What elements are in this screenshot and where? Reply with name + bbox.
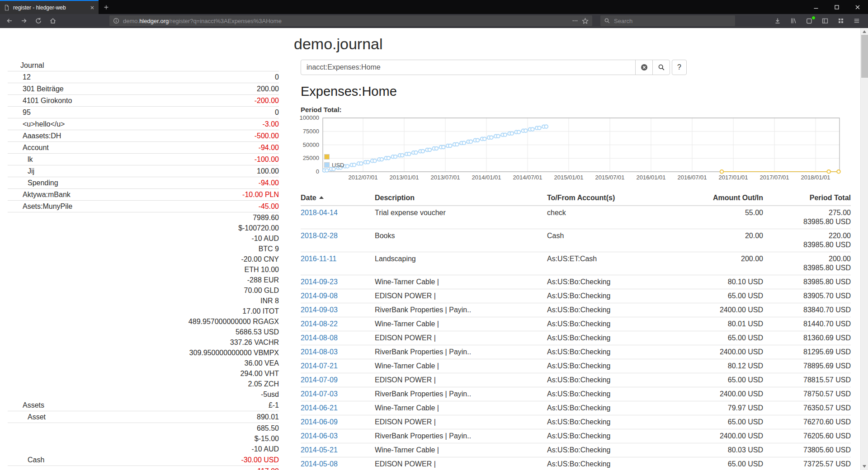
transaction-date-link[interactable]: 2014-09-03: [301, 306, 338, 314]
transaction-date-link[interactable]: 2014-07-09: [301, 376, 338, 384]
magnifier-icon: [658, 64, 665, 71]
home-button[interactable]: [46, 15, 60, 27]
scroll-down-arrow-icon[interactable]: [863, 465, 866, 468]
query-input[interactable]: [301, 60, 636, 75]
legend-entry: USD: [324, 162, 344, 168]
account-name[interactable]: Aktywa:mBank: [8, 189, 239, 200]
window-minimize-button[interactable]: [806, 0, 826, 14]
window-close-button[interactable]: [847, 0, 868, 14]
transaction-date-link[interactable]: 2014-05-08: [301, 460, 338, 468]
sidebar-balance-row: -10 AUD: [8, 233, 279, 244]
transaction-date-link[interactable]: 2018-04-14: [301, 209, 338, 216]
transaction-account: As:US:Bo:Checking: [547, 303, 673, 317]
account-name[interactable]: Aaasets:DH: [8, 130, 251, 141]
account-balance: -10.00 PLN: [239, 189, 279, 200]
back-button[interactable]: [3, 15, 16, 27]
account-name[interactable]: Assets: [8, 400, 265, 411]
site-info-icon[interactable]: [113, 18, 119, 24]
account-name[interactable]: Spending: [8, 177, 255, 188]
transaction-date-link[interactable]: 2014-09-08: [301, 292, 338, 300]
account-balance: -5usd: [257, 389, 279, 400]
account-name[interactable]: Cash: [8, 454, 237, 465]
account-balance: $-15.00: [251, 433, 279, 444]
account-name[interactable]: lk: [8, 154, 251, 165]
transaction-date-link[interactable]: 2014-09-23: [301, 278, 338, 286]
transaction-account: check: [547, 206, 673, 229]
browser-search-input[interactable]: Search: [600, 15, 735, 26]
register-header-row: Date Description To/From Account(s) Amou…: [301, 192, 851, 206]
account-balance: 309.950000000000 VBMPX: [186, 348, 279, 358]
transaction-date-link[interactable]: 2014-05-21: [301, 446, 338, 454]
menu-button[interactable]: [850, 15, 863, 27]
register-row: 2014-08-03RiverBank Properties | Payin..…: [301, 345, 851, 359]
transaction-date-link[interactable]: 2014-06-09: [301, 418, 338, 426]
transaction-date-link[interactable]: 2014-06-21: [301, 404, 338, 412]
account-balance: -288 EUR: [244, 275, 279, 285]
account-name[interactable]: <u>hello</u>: [8, 118, 259, 130]
transaction-description: Wine-Tarner Cable |: [375, 275, 547, 289]
account-name[interactable]: 12: [8, 71, 271, 83]
register-chart[interactable]: 2012/07/012013/01/012013/07/012014/01/01…: [289, 113, 850, 184]
reload-button[interactable]: [32, 15, 45, 27]
submit-search-button[interactable]: [652, 60, 670, 75]
account-name[interactable]: Journal: [8, 60, 275, 71]
account-name[interactable]: Account: [8, 142, 255, 153]
transaction-date-link[interactable]: 2014-08-08: [301, 334, 338, 342]
tab-close-icon[interactable]: [90, 5, 95, 10]
sidebar-balance-row: 5686.53 USD: [8, 327, 279, 337]
transaction-date-link[interactable]: 2016-11-11: [301, 255, 336, 263]
window-maximize-button[interactable]: [826, 0, 847, 14]
svg-text:2015/01/01: 2015/01/01: [554, 174, 583, 181]
register-row: 2014-08-08EDISON POWER |As:US:Bo:Checkin…: [301, 331, 851, 345]
svg-text:75000: 75000: [303, 128, 319, 135]
account-name[interactable]: Jij: [8, 165, 253, 177]
library-icon: [790, 17, 797, 24]
register-row: 2014-05-08EDISON POWER |As:US:Bo:Checkin…: [301, 457, 851, 470]
transaction-date-link[interactable]: 2014-06-03: [301, 432, 338, 440]
account-balance: -10 AUD: [248, 444, 279, 454]
column-header-date[interactable]: Date: [301, 192, 375, 206]
transaction-date-link[interactable]: 2014-07-21: [301, 362, 338, 370]
apps-button[interactable]: [834, 15, 848, 27]
sidebar-account-row: <u>hello</u>-3.00: [8, 118, 279, 130]
account-balance: 36.00 VEA: [241, 358, 279, 368]
transaction-amount: 55.00: [673, 206, 763, 229]
transaction-date-link[interactable]: 2014-08-03: [301, 348, 338, 356]
reload-icon: [35, 17, 42, 24]
account-name[interactable]: 4101 Girokonto: [8, 95, 251, 106]
sidebar-toggle-button[interactable]: [818, 15, 832, 27]
help-button[interactable]: ?: [672, 60, 687, 75]
account-name[interactable]: 95: [8, 107, 271, 118]
downloads-button[interactable]: [771, 15, 784, 27]
account-name[interactable]: Asets:MunyPile: [8, 201, 255, 212]
extension-button[interactable]: [802, 15, 816, 27]
transaction-date-link[interactable]: 2014-08-22: [301, 320, 338, 328]
transaction-date-link[interactable]: 2018-02-28: [301, 232, 338, 240]
transaction-description: Wine-Tarner Cable |: [375, 359, 547, 373]
library-button[interactable]: [787, 15, 800, 27]
page-actions-icon[interactable]: [572, 18, 578, 24]
clear-circle-icon: [641, 64, 648, 71]
search-icon: [604, 18, 610, 24]
account-name[interactable]: 301 Beiträge: [8, 83, 253, 94]
transaction-amount: 200.00: [673, 252, 763, 275]
new-tab-button[interactable]: [99, 0, 114, 14]
transaction-description: Books: [375, 229, 547, 252]
search-placeholder: Search: [614, 18, 632, 24]
account-balance: -200.00: [251, 95, 279, 106]
sidebar-account-row: Jij100.00: [8, 165, 279, 177]
account-name[interactable]: Asset: [8, 411, 253, 423]
sidebar-account-row: Account-94.00: [8, 142, 279, 154]
scroll-up-arrow-icon[interactable]: [863, 30, 866, 33]
browser-tab[interactable]: register - hledger-web: [0, 0, 99, 14]
url-bar[interactable]: demo.hledger.org/register?q=inacct%3AExp…: [109, 15, 592, 26]
transaction-date-link[interactable]: 2014-07-03: [301, 390, 338, 398]
sidebar-balance-row: 337.26 VACHR: [8, 337, 279, 348]
forward-button[interactable]: [17, 15, 31, 27]
register-row: 2018-04-14Trial expense vouchercheck55.0…: [301, 206, 851, 229]
bookmark-star-icon[interactable]: [582, 18, 589, 24]
scrollbar-thumb[interactable]: [861, 35, 868, 78]
page-scrollbar[interactable]: [860, 28, 868, 470]
sidebar-balance-row: 685.50: [8, 423, 279, 433]
clear-query-button[interactable]: [635, 60, 653, 75]
